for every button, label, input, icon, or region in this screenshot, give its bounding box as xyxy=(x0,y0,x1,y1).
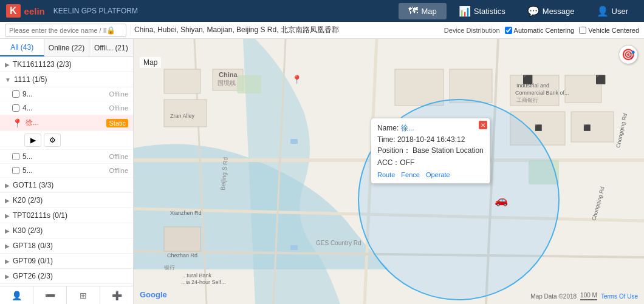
device-checkbox[interactable] xyxy=(12,104,19,112)
list-item-selected[interactable]: 📍 徐... Static xyxy=(0,115,133,131)
group-name: K30 (2/3) xyxy=(13,226,128,235)
plus-icon: ➕ xyxy=(112,291,122,300)
group-name: TK11611123 (2/3) xyxy=(13,60,128,69)
popup-name-line: Name: 徐... xyxy=(377,123,484,133)
group-header-got11[interactable]: ▶ GOT11 (3/3) xyxy=(0,178,133,193)
device-group-tk11611123: ▶ TK11611123 (2/3) xyxy=(0,57,133,72)
bottom-minus-btn[interactable]: ➖ xyxy=(33,286,67,304)
sidebar-bottom: 👤 ➖ ⊞ ➕ xyxy=(0,286,133,304)
device-name: 9... xyxy=(22,90,109,98)
bottom-grid-btn[interactable]: ⊞ xyxy=(67,286,100,304)
header: K eelin KEELIN GPS PLATFORM 🗺 Map 📊 Stat… xyxy=(0,0,644,22)
group-header-tpt02111s[interactable]: ▶ TPT02111s (0/1) xyxy=(0,208,133,223)
device-status: Offline xyxy=(109,153,128,160)
popup-vehicle-name: 徐... xyxy=(401,124,414,132)
group-name: 1111 (1/5) xyxy=(14,75,128,84)
sidebar: All (43) Online (22) Offli... (21) ▶ TK1… xyxy=(0,39,134,304)
nav-statistics[interactable]: 📊 Statistics xyxy=(449,3,515,19)
expand-arrow-icon: ▶ xyxy=(5,243,10,249)
svg-text:Zran Alley: Zran Alley xyxy=(170,113,195,119)
group-header-gpt18[interactable]: ▶ GPT18 (0/3) xyxy=(0,238,133,254)
device-status: Static xyxy=(106,119,128,127)
list-item[interactable]: 5... Offline xyxy=(0,164,133,178)
group-header-gpt26[interactable]: ▶ GPT26 (2/3) xyxy=(0,269,133,284)
crosshair-icon: 🎯 xyxy=(622,48,635,61)
terms-link[interactable]: Terms Of Use xyxy=(601,293,638,300)
subheader: 🔒 China, Hubei, Shiyan, Maojian, Beijing… xyxy=(0,22,644,39)
logo-area: K eelin KEELIN GPS PLATFORM xyxy=(6,4,138,18)
device-name: 5... xyxy=(22,152,109,161)
expand-arrow-icon: ▶ xyxy=(5,212,10,219)
grid-icon: ⊞ xyxy=(80,291,87,300)
svg-rect-21 xyxy=(237,75,261,93)
popup-time-line: Time: 2018-10-24 16:43:12 xyxy=(377,135,484,144)
bottom-plus-btn[interactable]: ➕ xyxy=(100,286,133,304)
bottom-person-btn[interactable]: 👤 xyxy=(0,286,33,304)
svg-text:...tural Bank: ...tural Bank xyxy=(182,272,212,279)
svg-text:China: China xyxy=(219,71,238,78)
map-copyright: Map Data ©2018 xyxy=(530,293,577,300)
brand-name: eelin xyxy=(24,6,45,16)
map-icon: 🗺 xyxy=(408,5,418,16)
nav-message[interactable]: 💬 Message xyxy=(518,3,584,19)
list-item[interactable]: 5... Offline xyxy=(0,150,133,164)
popup-position-line: Position： Base Station Location xyxy=(377,146,484,156)
svg-text:工商银行: 工商银行 xyxy=(516,97,538,103)
map-label: Map xyxy=(140,57,161,68)
svg-rect-45 xyxy=(290,245,298,250)
tab-all[interactable]: All (43) xyxy=(0,39,44,56)
scale-bar: 100 M xyxy=(580,292,597,300)
svg-rect-44 xyxy=(290,139,298,144)
tab-offline[interactable]: Offli... (21) xyxy=(89,39,133,56)
vehicle-centered-checkbox[interactable]: Vehicle Centered xyxy=(579,27,639,34)
group-header-gpt09[interactable]: ▶ GPT09 (0/1) xyxy=(0,254,133,269)
popup-close-button[interactable]: ✕ xyxy=(479,121,487,129)
auto-centering-checkbox[interactable]: Automatic Centering xyxy=(505,27,575,34)
group-name: GPT18 (0/3) xyxy=(13,242,128,250)
zoom-to-location-button[interactable]: 🎯 xyxy=(618,45,638,64)
svg-text:🚗: 🚗 xyxy=(495,194,509,207)
list-item[interactable]: 4... Offline xyxy=(0,101,133,115)
device-status: Offline xyxy=(109,104,128,112)
play-button[interactable]: ▶ xyxy=(24,133,41,147)
route-link[interactable]: Route xyxy=(377,171,395,178)
svg-text:⬛: ⬛ xyxy=(583,124,591,132)
group-header-tk11611123[interactable]: ▶ TK11611123 (2/3) xyxy=(0,57,133,72)
expand-arrow-icon: ▶ xyxy=(5,61,10,68)
operate-link[interactable]: Operate xyxy=(426,171,450,178)
map-area[interactable]: 北京南路 Beijing S Rd Beijing S Rd Zran Alle… xyxy=(134,39,644,304)
device-group-gpt18: ▶ GPT18 (0/3) xyxy=(0,238,133,254)
google-logo: Google xyxy=(140,289,167,299)
device-checkbox[interactable] xyxy=(12,153,19,160)
device-group-got11: ▶ GOT11 (3/3) xyxy=(0,178,133,193)
list-item[interactable]: 9... Offline xyxy=(0,87,133,101)
device-status: Offline xyxy=(109,167,128,174)
map-controls: Device Distribution Automatic Centering … xyxy=(444,27,639,34)
svg-text:Chezhan Rd: Chezhan Rd xyxy=(167,252,197,258)
device-checkbox[interactable] xyxy=(12,90,19,98)
group-header-k20[interactable]: ▶ K20 (2/3) xyxy=(0,193,133,208)
group-name: TPT02111s (0/1) xyxy=(13,211,128,220)
device-group-gpt26: ▶ GPT26 (2/3) xyxy=(0,269,133,284)
tab-online[interactable]: Online (22) xyxy=(44,39,89,56)
device-list: ▶ TK11611123 (2/3) ▼ 1111 (1/5) 9... Off… xyxy=(0,57,133,286)
svg-rect-18 xyxy=(164,227,200,251)
device-group-k30: ▶ K30 (2/3) xyxy=(0,223,133,238)
expand-arrow-icon: ▶ xyxy=(5,258,10,265)
svg-rect-17 xyxy=(571,112,614,142)
nav-user[interactable]: 👤 User xyxy=(587,3,638,19)
device-status: Offline xyxy=(109,90,128,98)
search-input[interactable] xyxy=(9,27,106,34)
fence-link[interactable]: Fence xyxy=(401,171,420,178)
main: All (43) Online (22) Offli... (21) ▶ TK1… xyxy=(0,39,644,304)
expand-arrow-icon: ▶ xyxy=(5,197,10,204)
lock-icon[interactable]: 🔒 xyxy=(106,26,115,35)
group-header-k30[interactable]: ▶ K30 (2/3) xyxy=(0,223,133,238)
device-checkbox[interactable] xyxy=(12,167,19,174)
expand-arrow-icon: ▼ xyxy=(5,76,11,83)
expand-arrow-icon: ▶ xyxy=(5,228,10,234)
group-header-1111[interactable]: ▼ 1111 (1/5) xyxy=(0,72,133,87)
nav-map[interactable]: 🗺 Map xyxy=(399,3,446,19)
settings-button[interactable]: ⚙ xyxy=(44,133,61,147)
popup-acc-line: ACC：OFF xyxy=(377,158,484,168)
